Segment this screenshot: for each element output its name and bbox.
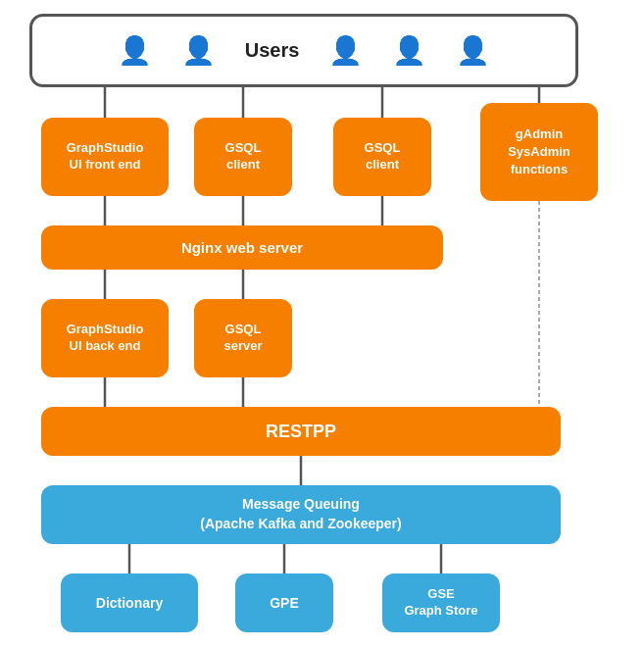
graphstudio-backend-box: GraphStudioUI back end [41,299,169,377]
gsql-server-box: GSQLserver [194,299,292,377]
restpp-label: RESTPP [266,422,336,442]
nginx-box: Nginx web server [41,225,443,270]
graphstudio-backend-label: GraphStudioUI back end [67,322,144,355]
graphstudio-frontend-label: GraphStudioUI front end [67,140,144,174]
dictionary-label: Dictionary [96,595,163,611]
message-queuing-box: Message Queuing (Apache Kafka and Zookee… [41,485,561,544]
gse-box: GSE Graph Store [382,573,500,632]
nginx-label: Nginx web server [181,239,303,256]
dictionary-box: Dictionary [61,573,198,632]
user-icon-3: 👤 [328,34,363,67]
gsql-server-label: GSQLserver [223,322,262,355]
gpe-box: GPE [235,573,333,632]
user-icon-5: 👤 [456,34,490,67]
gadmin-label: gAdmin SysAdmin functions [508,125,570,179]
gsql-client1-label: GSQLclient [225,140,262,174]
gse-label: GSE Graph Store [404,586,477,620]
gsql-client2-label: GSQLclient [365,140,401,174]
user-icon-1: 👤 [118,34,152,67]
gsql-client2-box: GSQLclient [333,118,431,196]
gadmin-box: gAdmin SysAdmin functions [480,103,598,201]
message-queuing-label: Message Queuing (Apache Kafka and Zookee… [200,495,401,533]
graphstudio-frontend-box: GraphStudioUI front end [41,118,169,196]
users-label: Users [245,39,300,62]
user-icon-2: 👤 [181,34,216,67]
gsql-client1-box: GSQLclient [194,118,292,196]
architecture-diagram: 👤 👤 Users 👤 👤 👤 GraphStudioUI front end … [0,0,644,648]
gpe-label: GPE [270,595,299,611]
user-icon-4: 👤 [392,34,426,67]
users-container: 👤 👤 Users 👤 👤 👤 [29,14,578,87]
restpp-box: RESTPP [41,407,561,456]
